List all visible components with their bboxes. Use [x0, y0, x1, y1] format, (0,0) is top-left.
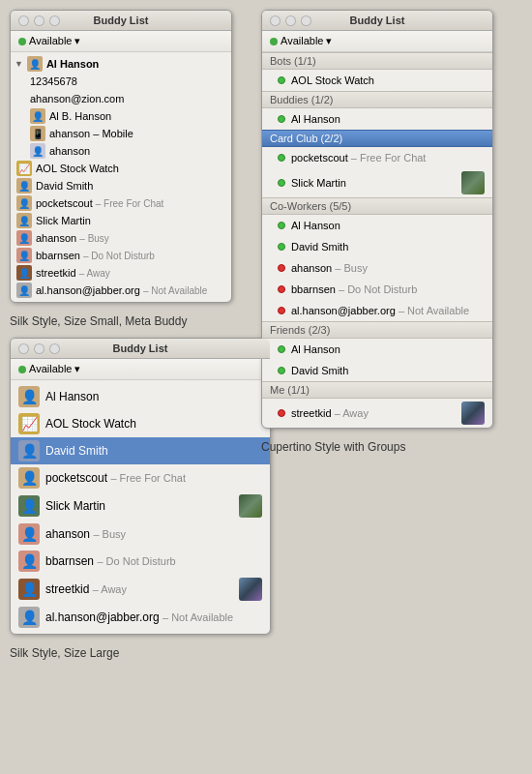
minimize-button-small[interactable]	[34, 15, 44, 26]
availability-selector-large[interactable]: Available ▾	[18, 363, 81, 375]
sub-item-phone[interactable]: 12345678	[11, 73, 231, 90]
group-header-cardclub[interactable]: Card Club (2/2)	[262, 130, 492, 147]
list-item[interactable]: 👤 al.hanson@jabber.org – Not Available	[11, 282, 231, 299]
minimize-button-large[interactable]	[34, 343, 44, 354]
buddy-streetkid-me: streetkid – Away	[291, 407, 456, 419]
list-item[interactable]: 👤 ahanson – Busy	[11, 521, 270, 548]
availability-selector-cupertino[interactable]: Available ▾	[270, 35, 333, 47]
availability-selector-small[interactable]: Available ▾	[18, 35, 81, 47]
status-dot	[278, 154, 285, 162]
maximize-button-small[interactable]	[49, 15, 60, 26]
buddy-jabber-large: al.hanson@jabber.org – Not Available	[45, 610, 262, 624]
titlebar-large: Buddy List	[11, 339, 270, 359]
list-item[interactable]: AOL Stock Watch	[262, 70, 492, 91]
list-item[interactable]: 👤 Slick Martin	[11, 491, 270, 521]
buddy-list-body-large: 👤 Al Hanson 📈 AOL Stock Watch 👤	[11, 380, 270, 634]
list-item[interactable]: 👤 pocketscout – Free For Chat	[11, 194, 231, 212]
avatar-al-large: 👤	[18, 386, 40, 407]
sub-item-alb[interactable]: 👤 Al B. Hanson	[11, 107, 231, 125]
sub-item-ahanson[interactable]: 👤 ahanson	[11, 142, 231, 160]
sub-item-email[interactable]: ahanson@zion.com	[11, 90, 231, 107]
maximize-button-cupertino[interactable]	[301, 15, 311, 26]
list-item[interactable]: bbarnsen – Do Not Disturb	[262, 279, 492, 300]
avatar-aolstock-small: 📈	[16, 161, 32, 176]
list-item[interactable]: Al Hanson	[262, 339, 492, 360]
buddy-list-large: Buddy List Available ▾ 👤 Al Hanson	[10, 338, 271, 635]
buddy-bbarnsen-large: bbarnsen – Do Not Disturb	[45, 554, 262, 568]
list-item[interactable]: 👤 al.hanson@jabber.org – Not Available	[11, 604, 270, 631]
slick-thumbnail-cupertino	[461, 171, 485, 194]
avatar-davidsmith-small: 👤	[16, 178, 32, 194]
buddy-pocketscout-small: pocketscout – Free For Chat	[36, 197, 225, 209]
list-item[interactable]: 👤 streetkid – Away	[11, 264, 231, 282]
list-item[interactable]: 👤 streetkid – Away	[11, 575, 270, 604]
list-item[interactable]: 📈 AOL Stock Watch	[11, 160, 231, 177]
toolbar-large: Available ▾	[11, 359, 270, 380]
list-item[interactable]: streetkid – Away	[262, 399, 492, 428]
streetkid-thumbnail-cupertino	[461, 402, 485, 425]
list-item[interactable]: 👤 bbarnsen – Do Not Disturb	[11, 247, 231, 264]
list-item[interactable]: Slick Martin	[262, 168, 492, 197]
close-button-small[interactable]	[18, 15, 29, 26]
maximize-button-large[interactable]	[49, 343, 60, 354]
buddy-streetkid-small: streetkid – Away	[36, 267, 225, 279]
avatar-slick-small: 👤	[16, 213, 32, 228]
buddy-al-large: Al Hanson	[45, 390, 262, 403]
avatar-ahanson2-small: 👤	[16, 230, 32, 246]
close-button-large[interactable]	[18, 343, 29, 354]
status-dot	[278, 409, 285, 417]
availability-label-large: Available ▾	[29, 363, 81, 375]
left-column: Buddy List Available ▾ ▼ 👤 Al Hanson	[10, 10, 251, 662]
list-item[interactable]: Al Hanson	[262, 215, 492, 236]
status-dot	[278, 222, 285, 229]
avatar-mobile: 📱	[30, 126, 45, 141]
list-item[interactable]: David Smith	[262, 360, 492, 381]
sub-item-mobile[interactable]: 📱 ahanson – Mobile	[11, 125, 231, 142]
buddy-alhanson-friends: Al Hanson	[291, 343, 485, 355]
close-button-cupertino[interactable]	[270, 15, 281, 26]
list-item[interactable]: pocketscout – Free For Chat	[262, 147, 492, 168]
buddy-name-al-hanson: Al Hanson	[46, 58, 225, 70]
list-item[interactable]: al.hanson@jabber.org – Not Available	[262, 300, 492, 321]
list-item[interactable]: 👤 Slick Martin	[11, 212, 231, 229]
list-item[interactable]: ahanson – Busy	[262, 257, 492, 279]
buddy-bbarnsen-small: bbarnsen – Do Not Disturb	[36, 250, 225, 261]
traffic-lights-large	[18, 343, 60, 354]
avatar-bbarnsen-small: 👤	[16, 248, 32, 263]
availability-label-small: Available ▾	[29, 35, 81, 47]
status-dot	[278, 115, 285, 123]
buddy-slick-large: Slick Martin	[45, 499, 233, 513]
caption-cupertino: Cupertino Style with Groups	[261, 436, 532, 456]
availability-dot-large	[18, 366, 26, 373]
sub-ahanson: ahanson	[49, 145, 225, 157]
list-item[interactable]: 👤 pocketscout – Free For Chat	[11, 464, 270, 491]
list-item[interactable]: 👤 bbarnsen – Do Not Disturb	[11, 548, 270, 575]
list-item[interactable]: 👤 ahanson – Busy	[11, 229, 231, 247]
avatar-jabber-large: 👤	[18, 607, 40, 628]
group-header-buddies[interactable]: Buddies (1/2)	[262, 91, 492, 108]
buddy-alhanson-coworkers: Al Hanson	[291, 220, 485, 231]
list-item[interactable]: 👤 David Smith	[11, 177, 231, 194]
list-item[interactable]: 👤 Al Hanson	[11, 383, 270, 410]
group-header-friends[interactable]: Friends (2/3)	[262, 321, 492, 339]
titlebar-small: Buddy List	[11, 11, 231, 31]
list-item[interactable]: Al Hanson	[262, 108, 492, 130]
status-dot	[278, 345, 285, 353]
list-item[interactable]: David Smith	[262, 236, 492, 257]
buddy-jabber-coworkers: al.hanson@jabber.org – Not Available	[291, 305, 485, 316]
avatar-slick-large: 👤	[18, 495, 40, 517]
minimize-button-cupertino[interactable]	[285, 15, 296, 26]
group-header-coworkers[interactable]: Co-Workers (5/5)	[262, 197, 492, 215]
list-item[interactable]: 📈 AOL Stock Watch	[11, 410, 270, 437]
group-header-al-hanson[interactable]: ▼ 👤 Al Hanson	[11, 55, 231, 73]
status-dot	[278, 76, 285, 84]
group-header-me[interactable]: Me (1/1)	[262, 381, 492, 399]
group-header-bots[interactable]: Bots (1/1)	[262, 52, 492, 70]
buddy-ahanson-large: ahanson – Busy	[45, 527, 262, 541]
slick-thumbnail-large	[239, 494, 262, 518]
avatar-pocketscout-small: 👤	[16, 195, 32, 211]
avatar-alb: 👤	[30, 108, 45, 124]
window-title-large: Buddy List	[113, 342, 168, 354]
status-dot	[278, 243, 285, 251]
list-item[interactable]: 👤 David Smith	[11, 437, 270, 464]
